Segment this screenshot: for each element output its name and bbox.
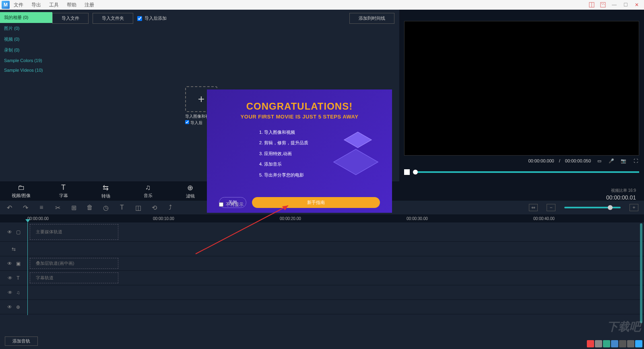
camera-video-icon[interactable]: ▭	[596, 157, 603, 164]
microphone-icon[interactable]: 🎤	[608, 157, 615, 164]
menu-tools[interactable]: 工具	[45, 2, 63, 8]
undo-icon[interactable]: ↶	[6, 204, 13, 211]
visibility-icon[interactable]: 👁	[7, 261, 12, 266]
preview-time-current: 00:00:00.000	[528, 158, 554, 163]
transition-icon: ⇆	[103, 183, 109, 192]
modal-no-show-checkbox[interactable]: 不再显示	[219, 202, 244, 208]
export-clip-icon[interactable]: ⤴	[167, 204, 174, 211]
add-audio-track-button[interactable]: 添加音轨	[5, 337, 38, 346]
sidebar-item-album[interactable]: 我的相册 (0)	[0, 12, 52, 23]
fullscreen-icon[interactable]: ⛶	[632, 157, 639, 164]
preview-panel: 00:00:00.000 / 00:00:00.050 ▭ 🎤 📷 ⛶	[399, 10, 644, 181]
play-button[interactable]	[404, 169, 410, 175]
menu-export[interactable]: 导出	[27, 2, 45, 8]
layout-button-2[interactable]	[597, 1, 609, 9]
zoom-in-button[interactable]: +	[630, 204, 638, 211]
modal-step: 2. 剪辑，修剪，提升品质	[259, 137, 392, 148]
tray-icon[interactable]	[619, 340, 626, 347]
media-sidebar: 我的相册 (0) 图片 (0) 视频 (0) 录制 (0) Sample Col…	[0, 10, 52, 181]
visibility-icon[interactable]: 👁	[7, 229, 12, 235]
sidebar-item-record[interactable]: 录制 (0)	[0, 45, 52, 56]
watermark: 下载吧	[607, 319, 641, 334]
import-add-checkbox-label: 导入后添加	[144, 15, 167, 21]
visibility-icon[interactable]: 👁	[7, 304, 12, 310]
snapshot-icon[interactable]: 📷	[620, 157, 627, 164]
speed-icon[interactable]: ◷	[102, 204, 109, 211]
timeline-ruler[interactable]: 00:00:00.00 00:00:10.00 00:00:20.00 00:0…	[0, 214, 644, 222]
ruler-mark: 00:00:30.00	[407, 216, 428, 221]
import-sub-checkbox[interactable]	[185, 120, 189, 124]
zoom-slider[interactable]	[564, 207, 621, 208]
cut-icon[interactable]: ✂	[54, 204, 61, 211]
delete-icon[interactable]: 🗑	[86, 204, 93, 211]
track-subtitle: 👁 T 字幕轨道	[0, 271, 644, 285]
zoom-fit-button[interactable]: ⇔	[529, 204, 538, 211]
sidebar-item-sample-colors[interactable]: Sample Colors (19)	[0, 56, 52, 65]
track-transition-row: ⇆	[0, 242, 644, 256]
tab-subtitle[interactable]: T 字幕	[42, 181, 85, 201]
modal-no-show-checkbox-input[interactable]	[219, 202, 223, 207]
import-folder-button[interactable]: 导入文件夹	[93, 13, 133, 24]
tray-icon[interactable]	[611, 340, 618, 347]
import-file-button[interactable]: 导入文件	[52, 13, 89, 24]
tray-icon[interactable]	[587, 340, 594, 347]
timeline-tracks: 👁 ▢ 主要媒体轨道 ⇆ 👁 ▣ 叠加层轨道(画中画) 👁 T 字幕轨道 👁 ♫	[0, 222, 644, 315]
preview-video	[404, 21, 639, 156]
text-tool-icon[interactable]: T	[118, 204, 126, 211]
menu-file[interactable]: 文件	[10, 2, 27, 8]
import-add-checkbox[interactable]: 导入后添加	[137, 15, 167, 21]
ruler-mark: 00:00:10.00	[153, 216, 174, 221]
settings-icon[interactable]: ≡	[38, 204, 45, 211]
timeline-vertical-scrollbar[interactable]	[640, 223, 642, 323]
menu-register[interactable]: 注册	[80, 2, 98, 8]
sidebar-item-videos[interactable]: 视频 (0)	[0, 34, 52, 45]
video-ratio-label: 视频比率 16:9	[611, 188, 636, 193]
tray-icon[interactable]	[627, 340, 634, 347]
modal-steps: 1. 导入图像和视频 2. 剪辑，修剪，提升品质 3. 应用特效,动画 4. 添…	[259, 127, 392, 180]
redo-icon[interactable]: ↷	[22, 204, 29, 211]
tab-music[interactable]: ♫ 音乐	[127, 181, 169, 201]
modal-no-show-label: 不再显示	[226, 202, 244, 208]
crop-icon[interactable]: ◫	[134, 204, 142, 211]
zoom-out-button[interactable]: −	[547, 204, 555, 211]
tray-icon[interactable]	[595, 340, 602, 347]
track-placeholder-main[interactable]: 主要媒体轨道	[30, 224, 118, 240]
maximize-button[interactable]: ☐	[620, 1, 631, 9]
app-logo-icon: M	[2, 1, 10, 9]
text-track-icon: T	[17, 275, 19, 281]
filter-icon: ⊕	[187, 183, 193, 192]
track-placeholder-subtitle[interactable]: 字幕轨道	[30, 272, 118, 283]
layout-button-1[interactable]	[586, 1, 597, 9]
split-icon[interactable]: ⊞	[70, 204, 77, 211]
modal-guide-button[interactable]: 新手指南	[252, 197, 380, 208]
track-placeholder-overlay[interactable]: 叠加层轨道(画中画)	[30, 258, 118, 269]
close-button[interactable]: ✕	[631, 1, 642, 9]
sidebar-item-images[interactable]: 图片 (0)	[0, 23, 52, 34]
track-extra: 👁 ⊕	[0, 300, 644, 314]
track-main-media: 👁 ▢ 主要媒体轨道	[0, 222, 644, 242]
modal-step: 5. 导出并分享您的电影	[259, 170, 392, 180]
preview-time-total: 00:00:00.050	[565, 158, 591, 163]
tray-icon[interactable]	[635, 340, 642, 347]
text-icon: T	[61, 183, 66, 192]
swap-icon[interactable]: ⇆	[12, 246, 16, 252]
tray-icon[interactable]	[603, 340, 610, 347]
visibility-icon[interactable]: 👁	[8, 290, 12, 295]
tab-video-image[interactable]: 🗀 视频/图像	[0, 181, 42, 201]
minimize-button[interactable]: —	[609, 1, 620, 9]
tab-filter[interactable]: ⊕ 滤镜	[169, 181, 211, 201]
sidebar-item-sample-videos[interactable]: Sample Videos (10)	[0, 65, 52, 75]
tab-transition[interactable]: ⇆ 转场	[85, 181, 127, 201]
preview-scrubber[interactable]	[413, 171, 639, 173]
rotate-icon[interactable]: ⟲	[151, 204, 158, 211]
zoom-slider-handle[interactable]	[608, 205, 613, 210]
import-add-checkbox-input[interactable]	[137, 16, 142, 21]
music-track-icon: ♫	[17, 290, 20, 295]
scrubber-handle[interactable]	[413, 170, 418, 174]
ruler-mark: 00:00:20.00	[280, 216, 301, 221]
menu-help[interactable]: 帮助	[63, 2, 80, 8]
add-to-timeline-button[interactable]: 添加到时间线	[349, 13, 394, 24]
visibility-icon[interactable]: 👁	[8, 275, 12, 281]
timeline-timer: 00:00:00.01	[606, 194, 636, 201]
ruler-mark: 00:00:40.00	[533, 216, 555, 221]
